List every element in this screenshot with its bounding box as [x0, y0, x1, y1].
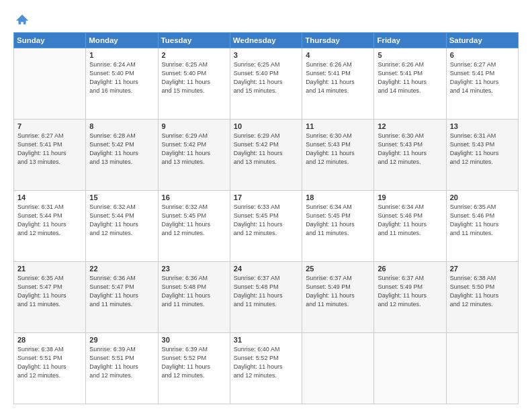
calendar-week-3: 14Sunrise: 6:31 AM Sunset: 5:44 PM Dayli…: [14, 191, 519, 262]
day-number: 27: [450, 265, 515, 273]
day-info: Sunrise: 6:36 AM Sunset: 5:47 PM Dayligh…: [89, 274, 154, 309]
svg-marker-0: [16, 15, 28, 25]
day-info: Sunrise: 6:29 AM Sunset: 5:42 PM Dayligh…: [162, 132, 226, 167]
day-number: 17: [234, 193, 298, 201]
calendar-cell: 13Sunrise: 6:31 AM Sunset: 5:43 PM Dayli…: [446, 120, 518, 191]
day-number: 3: [234, 51, 298, 59]
calendar-week-1: 1Sunrise: 6:24 AM Sunset: 5:40 PM Daylig…: [14, 48, 519, 120]
header-monday: Monday: [86, 33, 158, 48]
day-number: 21: [17, 265, 82, 273]
day-info: Sunrise: 6:25 AM Sunset: 5:40 PM Dayligh…: [234, 60, 298, 95]
calendar-cell: 28Sunrise: 6:38 AM Sunset: 5:51 PM Dayli…: [14, 333, 86, 404]
calendar-cell: [14, 48, 86, 120]
day-info: Sunrise: 6:38 AM Sunset: 5:50 PM Dayligh…: [450, 274, 515, 309]
day-number: 25: [306, 265, 370, 273]
day-info: Sunrise: 6:37 AM Sunset: 5:49 PM Dayligh…: [378, 274, 442, 309]
day-info: Sunrise: 6:33 AM Sunset: 5:45 PM Dayligh…: [234, 203, 298, 238]
calendar-cell: [374, 333, 446, 404]
calendar-cell: 22Sunrise: 6:36 AM Sunset: 5:47 PM Dayli…: [86, 262, 158, 333]
day-info: Sunrise: 6:35 AM Sunset: 5:47 PM Dayligh…: [17, 274, 82, 309]
calendar-week-5: 28Sunrise: 6:38 AM Sunset: 5:51 PM Dayli…: [14, 333, 519, 404]
day-number: 10: [234, 122, 298, 130]
day-number: 1: [89, 51, 154, 59]
header-friday: Friday: [374, 33, 446, 48]
day-number: 22: [89, 265, 154, 273]
day-number: 12: [378, 122, 442, 130]
calendar-cell: 16Sunrise: 6:32 AM Sunset: 5:45 PM Dayli…: [158, 191, 230, 262]
day-info: Sunrise: 6:27 AM Sunset: 5:41 PM Dayligh…: [450, 60, 515, 95]
calendar-cell: 30Sunrise: 6:39 AM Sunset: 5:52 PM Dayli…: [158, 333, 230, 404]
logo: [13, 12, 30, 27]
day-number: 5: [378, 51, 442, 59]
day-info: Sunrise: 6:30 AM Sunset: 5:43 PM Dayligh…: [378, 132, 442, 167]
day-number: 8: [89, 122, 154, 130]
calendar-cell: 29Sunrise: 6:39 AM Sunset: 5:51 PM Dayli…: [86, 333, 158, 404]
day-info: Sunrise: 6:37 AM Sunset: 5:48 PM Dayligh…: [234, 274, 298, 309]
header-wednesday: Wednesday: [230, 33, 302, 48]
day-info: Sunrise: 6:28 AM Sunset: 5:42 PM Dayligh…: [89, 132, 154, 167]
calendar-cell: 24Sunrise: 6:37 AM Sunset: 5:48 PM Dayli…: [230, 262, 302, 333]
day-number: 11: [306, 122, 370, 130]
calendar-cell: 8Sunrise: 6:28 AM Sunset: 5:42 PM Daylig…: [86, 120, 158, 191]
calendar-cell: [446, 333, 518, 404]
calendar-cell: 15Sunrise: 6:32 AM Sunset: 5:44 PM Dayli…: [86, 191, 158, 262]
calendar-cell: 31Sunrise: 6:40 AM Sunset: 5:52 PM Dayli…: [230, 333, 302, 404]
day-info: Sunrise: 6:40 AM Sunset: 5:52 PM Dayligh…: [234, 345, 298, 380]
day-number: 7: [17, 122, 82, 130]
calendar-header-row: SundayMondayTuesdayWednesdayThursdayFrid…: [14, 33, 519, 48]
header-thursday: Thursday: [302, 33, 374, 48]
day-info: Sunrise: 6:32 AM Sunset: 5:44 PM Dayligh…: [89, 203, 154, 238]
day-number: 4: [306, 51, 370, 59]
day-number: 24: [234, 265, 298, 273]
calendar-cell: 14Sunrise: 6:31 AM Sunset: 5:44 PM Dayli…: [14, 191, 86, 262]
calendar-cell: 19Sunrise: 6:34 AM Sunset: 5:46 PM Dayli…: [374, 191, 446, 262]
day-number: 23: [162, 265, 226, 273]
day-number: 2: [162, 51, 226, 59]
day-number: 20: [450, 193, 515, 201]
day-info: Sunrise: 6:35 AM Sunset: 5:46 PM Dayligh…: [450, 203, 515, 238]
day-number: 28: [17, 336, 82, 344]
calendar-cell: 12Sunrise: 6:30 AM Sunset: 5:43 PM Dayli…: [374, 120, 446, 191]
day-number: 15: [89, 193, 154, 201]
day-number: 31: [234, 336, 298, 344]
day-info: Sunrise: 6:34 AM Sunset: 5:46 PM Dayligh…: [378, 203, 442, 238]
day-info: Sunrise: 6:32 AM Sunset: 5:45 PM Dayligh…: [162, 203, 226, 238]
calendar-week-2: 7Sunrise: 6:27 AM Sunset: 5:41 PM Daylig…: [14, 120, 519, 191]
day-info: Sunrise: 6:29 AM Sunset: 5:42 PM Dayligh…: [234, 132, 298, 167]
calendar-cell: [302, 333, 374, 404]
day-info: Sunrise: 6:30 AM Sunset: 5:43 PM Dayligh…: [306, 132, 370, 167]
calendar-cell: 21Sunrise: 6:35 AM Sunset: 5:47 PM Dayli…: [14, 262, 86, 333]
day-number: 16: [162, 193, 226, 201]
calendar-cell: 23Sunrise: 6:36 AM Sunset: 5:48 PM Dayli…: [158, 262, 230, 333]
day-info: Sunrise: 6:26 AM Sunset: 5:41 PM Dayligh…: [378, 60, 442, 95]
calendar-cell: 4Sunrise: 6:26 AM Sunset: 5:41 PM Daylig…: [302, 48, 374, 120]
day-info: Sunrise: 6:24 AM Sunset: 5:40 PM Dayligh…: [89, 60, 154, 95]
calendar-cell: 18Sunrise: 6:34 AM Sunset: 5:45 PM Dayli…: [302, 191, 374, 262]
header-saturday: Saturday: [446, 33, 518, 48]
calendar-cell: 17Sunrise: 6:33 AM Sunset: 5:45 PM Dayli…: [230, 191, 302, 262]
day-info: Sunrise: 6:34 AM Sunset: 5:45 PM Dayligh…: [306, 203, 370, 238]
day-number: 6: [450, 51, 515, 59]
calendar-cell: 2Sunrise: 6:25 AM Sunset: 5:40 PM Daylig…: [158, 48, 230, 120]
calendar-week-4: 21Sunrise: 6:35 AM Sunset: 5:47 PM Dayli…: [14, 262, 519, 333]
calendar-cell: 27Sunrise: 6:38 AM Sunset: 5:50 PM Dayli…: [446, 262, 518, 333]
day-info: Sunrise: 6:36 AM Sunset: 5:48 PM Dayligh…: [162, 274, 226, 309]
page: SundayMondayTuesdayWednesdayThursdayFrid…: [0, 0, 532, 411]
calendar-cell: 10Sunrise: 6:29 AM Sunset: 5:42 PM Dayli…: [230, 120, 302, 191]
calendar-cell: 3Sunrise: 6:25 AM Sunset: 5:40 PM Daylig…: [230, 48, 302, 120]
calendar-cell: 20Sunrise: 6:35 AM Sunset: 5:46 PM Dayli…: [446, 191, 518, 262]
calendar-table: SundayMondayTuesdayWednesdayThursdayFrid…: [13, 32, 519, 404]
day-info: Sunrise: 6:37 AM Sunset: 5:49 PM Dayligh…: [306, 274, 370, 309]
calendar-cell: 1Sunrise: 6:24 AM Sunset: 5:40 PM Daylig…: [86, 48, 158, 120]
day-number: 13: [450, 122, 515, 130]
logo-icon: [15, 12, 30, 27]
calendar-cell: 9Sunrise: 6:29 AM Sunset: 5:42 PM Daylig…: [158, 120, 230, 191]
day-info: Sunrise: 6:26 AM Sunset: 5:41 PM Dayligh…: [306, 60, 370, 95]
day-number: 14: [17, 193, 82, 201]
day-info: Sunrise: 6:25 AM Sunset: 5:40 PM Dayligh…: [162, 60, 226, 95]
header-sunday: Sunday: [14, 33, 86, 48]
calendar-cell: 11Sunrise: 6:30 AM Sunset: 5:43 PM Dayli…: [302, 120, 374, 191]
day-info: Sunrise: 6:39 AM Sunset: 5:52 PM Dayligh…: [162, 345, 226, 380]
day-number: 9: [162, 122, 226, 130]
calendar-cell: 6Sunrise: 6:27 AM Sunset: 5:41 PM Daylig…: [446, 48, 518, 120]
